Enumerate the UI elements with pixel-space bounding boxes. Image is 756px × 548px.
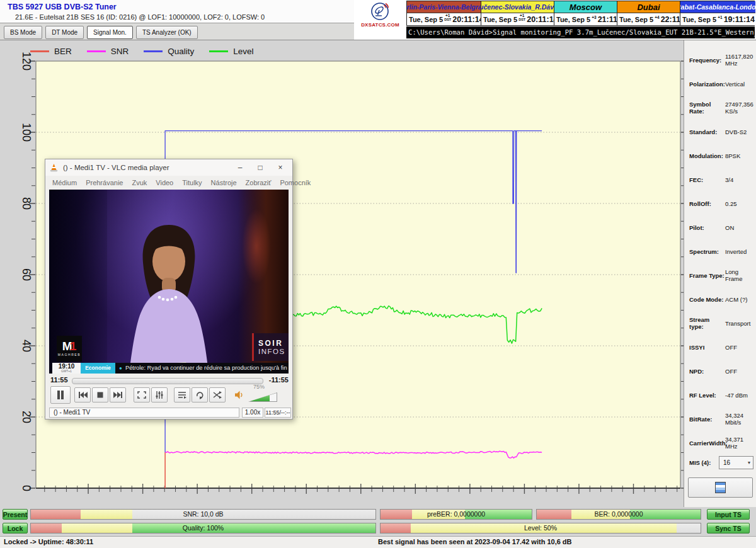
ticker-text: Pétrole: Ryad va continuer de réduire sa… (125, 365, 289, 371)
equalizer-button[interactable] (151, 387, 168, 402)
param-value: 27497,356 KS/s (725, 101, 753, 115)
close-button[interactable]: × (273, 163, 287, 172)
previous-button[interactable] (74, 387, 91, 402)
param-value: OFF (725, 344, 737, 351)
clock-2: Lučenec-Slovakia_R.DávidTue, Sep 5+1DST2… (481, 1, 554, 25)
tabs: BS ModeDT ModeSignal Mon.TS Analyzer (OK… (0, 23, 354, 39)
previous-icon (78, 391, 88, 399)
param-row: RollOff:0.25 (684, 191, 756, 215)
param-value: 11617,820 MHz (725, 53, 753, 67)
legend-label: Level (233, 47, 253, 56)
ber-bar: BER: 0,0000000 (536, 509, 701, 520)
param-label: FEC: (689, 176, 725, 183)
bar-text: preBER: 0,0000000 (381, 510, 532, 519)
fullscreen-button[interactable] (134, 387, 150, 402)
news-ticker: ● Pétrole: Ryad va continuer de réduire … (115, 363, 289, 374)
menu-zobrazi-[interactable]: Zobraziť (241, 176, 276, 190)
menu-n-stroje[interactable]: Nástroje (207, 176, 241, 190)
param-value: ACM (?) (725, 296, 747, 303)
seek-slider[interactable] (72, 378, 263, 384)
tab-ts-analyzer-ok-[interactable]: TS Analyzer (OK) (136, 26, 198, 39)
param-row: Spectrum:Inverted (684, 239, 756, 263)
param-label: Polarization: (689, 81, 725, 88)
vlc-video-area[interactable]: M 1 MAGHREB SOIR INFOS 19:10 GMT+1 Econo… (49, 190, 289, 374)
legend-item-ber: BER (30, 47, 72, 56)
mis-row: MIS (4): 16 ▾ (684, 456, 756, 469)
preber-bar: preBER: 0,0000000 (380, 509, 532, 520)
present-indicator[interactable]: Present (3, 509, 28, 520)
param-row: Pilot:ON (684, 215, 756, 239)
menu-video[interactable]: Video (151, 176, 178, 190)
time-status[interactable]: 11:55/--:-- (265, 408, 291, 418)
buffer-button[interactable] (688, 477, 753, 498)
maximize-button[interactable]: □ (253, 163, 267, 172)
playlist-button[interactable] (174, 387, 190, 402)
shuffle-button[interactable] (209, 387, 226, 402)
dst-flag: DST (518, 18, 525, 21)
tab-signal-mon-[interactable]: Signal Mon. (87, 26, 133, 39)
param-row: BitRate:34,324 Mbit/s (684, 407, 756, 431)
svg-text:80: 80 (20, 197, 33, 210)
tab-dt-mode[interactable]: DT Mode (45, 26, 84, 39)
playback-rate[interactable]: 1.00x (242, 408, 263, 418)
param-label: Code Mode: (689, 296, 725, 303)
speaker-icon[interactable] (234, 390, 244, 400)
menu-zvuk[interactable]: Zvuk (127, 176, 151, 190)
clock-offset: +1 (718, 16, 722, 20)
clock-city: Moscow (554, 1, 617, 13)
mis-label: MIS (4): (689, 459, 719, 466)
minimize-button[interactable]: – (233, 163, 247, 172)
param-value: 3/4 (725, 176, 733, 183)
ticker-category: Economie (81, 363, 115, 374)
stop-button[interactable] (92, 387, 108, 402)
vlc-window-controls: – □ × (233, 163, 287, 172)
param-row: Code Mode:ACM (?) (684, 287, 756, 311)
bar-text: Quality: 100% (31, 523, 375, 533)
clock-offset: +4 (655, 16, 659, 20)
param-value: Long Frame (725, 268, 753, 282)
quality-bar: Quality: 100% (30, 523, 376, 534)
clock-offset: +1DST (518, 14, 525, 21)
clock-time: Tue, Sep 5+119:11:14 (680, 13, 755, 25)
bar-text: SNR: 10,0 dB (31, 510, 375, 519)
param-row: FEC:3/4 (684, 168, 756, 191)
sync-ts-indicator[interactable]: Sync TS (707, 523, 750, 534)
svg-text:100: 100 (20, 123, 33, 142)
menu-pomocn-k[interactable]: Pomocník (275, 176, 315, 190)
param-label: Frame Type: (689, 272, 725, 279)
menu-m-dium[interactable]: Médium (48, 176, 81, 190)
clock-3: MoscowTue, Sep 5+321:11:14 (554, 1, 617, 25)
vlc-titlebar[interactable]: () - Medi1 TV - VLC media player – □ × (45, 159, 292, 176)
status-bar: Locked -> Uptime: 48:30:11 Best signal h… (0, 536, 756, 548)
param-label: RF Level: (689, 392, 725, 399)
tab-strip: BS ModeDT ModeSignal Mon.TS Analyzer (OK… (0, 23, 354, 40)
menu-titulky[interactable]: Titulky (178, 176, 206, 190)
parameter-list: Frequency:11617,820 MHzPolarization:Vert… (684, 48, 756, 455)
legend-line-quality (144, 50, 163, 52)
remaining-time: -11:55 (269, 376, 289, 384)
param-value: 0.25 (725, 200, 737, 207)
legend-item-quality: Quality (144, 47, 194, 56)
ticker-bullet-icon: ● (119, 363, 122, 374)
param-row: Frame Type:Long Frame (684, 263, 756, 287)
clock-city: Lučenec-Slovakia_R.Dávid (481, 1, 554, 13)
input-ts-indicator[interactable]: Input TS (707, 509, 750, 520)
param-value: -47 dBm (725, 392, 748, 399)
param-row: RF Level:-47 dBm (684, 383, 756, 407)
menu-prehr-vanie[interactable]: Prehrávanie (81, 176, 127, 190)
legend-item-level: Level (209, 47, 253, 56)
legend-line-snr (87, 50, 106, 52)
news-anchor (93, 215, 244, 374)
clock-5: Rabat-Casablanca-LondonTue, Sep 5+119:11… (680, 1, 755, 25)
clock-city: Rabat-Casablanca-London (680, 1, 755, 13)
tab-bs-mode[interactable]: BS Mode (4, 26, 42, 39)
loop-button[interactable] (192, 387, 208, 402)
svg-text:20: 20 (20, 411, 33, 423)
ticker-timezone: GMT+1 (52, 370, 81, 373)
next-button[interactable] (110, 387, 126, 402)
pause-button[interactable] (50, 386, 71, 404)
param-row: ISSYIOFF (684, 335, 756, 359)
volume-slider[interactable] (248, 392, 277, 402)
lock-indicator[interactable]: Lock (3, 523, 28, 534)
mis-dropdown[interactable]: 16 ▾ (719, 456, 753, 469)
